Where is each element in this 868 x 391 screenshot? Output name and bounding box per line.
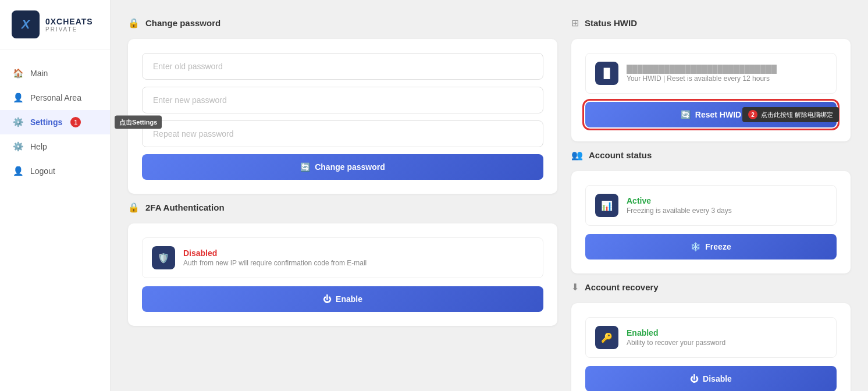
sidebar-item-settings[interactable]: ⚙️ Settings 1 点击Settings	[0, 110, 110, 134]
sidebar-item-main-label: Main	[30, 69, 48, 78]
recovery-status-card: 🔑 Enabled Ability to recover your passwo…	[585, 317, 837, 358]
logo-icon: X	[12, 10, 40, 38]
settings-badge: 1	[70, 117, 81, 127]
sidebar: X 0XCHEATS PRIVATE 🏠 Main 👤 Personal Are…	[0, 0, 111, 391]
account-status-card: 📊 Active Freezing is available every 3 d…	[571, 171, 851, 273]
person-icon: 👤	[13, 93, 23, 103]
hwid-card: ▐▌ ████████████████████████████ Your HWI…	[571, 39, 851, 141]
twofa-enable-button[interactable]: ⏻ Enable	[142, 286, 543, 312]
twofa-card: 🛡️ Disabled Auth from new IP will requir…	[128, 223, 557, 326]
twofa-status-desc: Auth from new IP will require confirmati…	[183, 259, 367, 267]
logo-title: 0XCHEATS	[45, 17, 93, 26]
key-icon: 🔑	[601, 332, 613, 343]
hwid-info-card: ▐▌ ████████████████████████████ Your HWI…	[585, 53, 837, 94]
sidebar-item-logout-label: Logout	[30, 166, 55, 176]
sidebar-item-personal[interactable]: 👤 Personal Area	[0, 86, 110, 110]
change-password-title: Change password	[145, 18, 220, 28]
sidebar-item-logout[interactable]: 👤 Logout	[0, 159, 110, 183]
logo-area: X 0XCHEATS PRIVATE	[0, 0, 110, 49]
active-icon-box: 📊	[595, 194, 618, 217]
reset-hwid-btn-label: Reset HWID	[695, 110, 741, 119]
old-password-input[interactable]	[142, 53, 543, 80]
grid-icon: ⊞	[571, 17, 579, 29]
main-content: 🔒 Change password 🔄 Change password 🔒 2F…	[111, 0, 868, 391]
active-status-card: 📊 Active Freezing is available every 3 d…	[585, 185, 837, 226]
sidebar-item-main[interactable]: 🏠 Main	[0, 61, 110, 86]
account-recovery-header: ⬇ Account recovery	[571, 282, 851, 293]
twofa-status-label: Disabled	[183, 248, 367, 258]
hwid-title: Status HWID	[585, 18, 637, 28]
shield-fill-icon: 🛡️	[158, 253, 169, 264]
reset-tooltip-badge: 2	[748, 110, 757, 119]
refresh-icon-hwid: 🔄	[681, 110, 691, 119]
active-status-label: Active	[627, 196, 732, 205]
freeze-button[interactable]: ❄️ Freeze	[585, 234, 837, 260]
chart-icon: 📊	[601, 200, 613, 211]
hwid-header: ⊞ Status HWID	[571, 17, 851, 29]
twofa-icon-box: 🛡️	[152, 246, 175, 269]
nav-menu: 🏠 Main 👤 Personal Area ⚙️ Settings 1 点击S…	[0, 49, 110, 195]
change-password-card: 🔄 Change password	[128, 39, 557, 194]
change-password-header: 🔒 Change password	[128, 17, 557, 29]
freeze-icon: ❄️	[691, 242, 700, 251]
logout-icon: 👤	[13, 166, 23, 176]
recovery-status-label: Enabled	[627, 328, 725, 337]
recovery-status-desc: Ability to recover your password	[627, 339, 725, 347]
change-password-btn-label: Change password	[315, 162, 385, 172]
lock-icon: 🔒	[128, 17, 140, 29]
reset-hwid-tooltip: 2 点击此按钮 解除电脑绑定	[742, 107, 839, 122]
account-status-title: Account status	[589, 150, 652, 160]
help-icon: ⚙️	[13, 141, 23, 152]
twofa-header: 🔒 2FA Authentication	[128, 202, 557, 213]
power-icon: ⏻	[323, 294, 331, 304]
sidebar-item-help[interactable]: ⚙️ Help	[0, 134, 110, 159]
repeat-password-input[interactable]	[142, 120, 543, 147]
hwid-icon-box: ▐▌	[595, 62, 618, 85]
freeze-btn-label: Freeze	[705, 242, 731, 251]
account-status-header: 👥 Account status	[571, 150, 851, 161]
recovery-icon-box: 🔑	[595, 326, 618, 349]
hwid-sub: Your HWID | Reset is available every 12 …	[627, 74, 777, 83]
gear-icon: ⚙️	[13, 117, 23, 127]
barcode-icon: ▐▌	[600, 68, 614, 79]
reset-hwid-wrapper: 🔄 Reset HWID 2 点击此按钮 解除电脑绑定	[585, 102, 837, 127]
recovery-icon: ⬇	[571, 282, 579, 293]
new-password-input[interactable]	[142, 87, 543, 113]
twofa-status-card: 🛡️ Disabled Auth from new IP will requir…	[142, 237, 543, 278]
twofa-title: 2FA Authentication	[145, 202, 225, 212]
disable-button[interactable]: ⏻ Disable	[585, 366, 837, 391]
account-recovery-card: 🔑 Enabled Ability to recover your passwo…	[571, 303, 851, 391]
shield-icon: 🔒	[128, 202, 140, 213]
right-panel: ⊞ Status HWID ▐▌ ███████████████████████…	[571, 17, 851, 391]
disable-btn-label: Disable	[703, 374, 732, 383]
sidebar-item-help-label: Help	[30, 142, 47, 151]
twofa-btn-label: Enable	[336, 294, 362, 304]
account-icon: 👥	[571, 150, 583, 161]
sidebar-item-settings-label: Settings	[30, 118, 62, 127]
home-icon: 🏠	[13, 68, 23, 79]
sidebar-item-personal-label: Personal Area	[30, 93, 81, 102]
left-panel: 🔒 Change password 🔄 Change password 🔒 2F…	[128, 17, 557, 391]
active-status-desc: Freezing is available every 3 days	[627, 207, 732, 215]
logo-subtitle: PRIVATE	[45, 26, 93, 33]
hwid-value: ████████████████████████████	[627, 65, 777, 73]
refresh-icon: 🔄	[300, 162, 310, 172]
reset-tooltip-text: 点击此按钮 解除电脑绑定	[761, 111, 833, 119]
account-recovery-title: Account recovery	[585, 282, 659, 292]
power-off-icon: ⏻	[690, 374, 698, 383]
change-password-button[interactable]: 🔄 Change password	[142, 154, 543, 180]
